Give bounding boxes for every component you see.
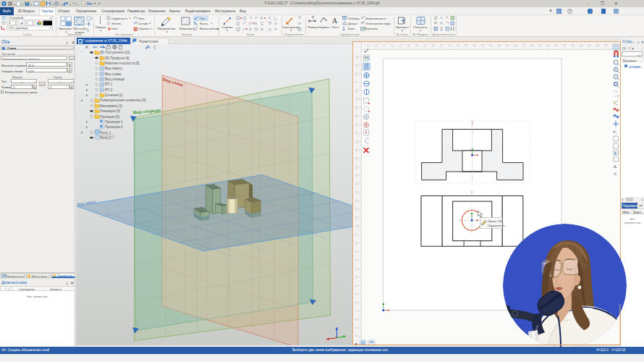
svg-text:50: 50: [424, 44, 427, 47]
svg-text:120: 120: [480, 44, 484, 47]
svg-text:20: 20: [399, 44, 402, 47]
svg-text:140: 140: [497, 44, 501, 47]
svg-text:Штриховка: Штриховка: [179, 27, 195, 30]
svg-text:A: A: [614, 164, 617, 169]
svg-text:280: 280: [356, 72, 359, 75]
svg-text:180: 180: [356, 156, 359, 160]
svg-text:Фаска: Фаска: [200, 22, 208, 25]
svg-text:110: 110: [473, 44, 476, 47]
svg-text:90: 90: [457, 44, 459, 47]
svg-text:Ограничения: Ограничения: [284, 33, 304, 36]
svg-text:Сплайн: Сплайн: [138, 22, 148, 25]
svg-text:190: 190: [356, 148, 359, 151]
svg-text:60: 60: [356, 258, 359, 261]
svg-text:разрез: разрез: [75, 30, 85, 34]
svg-text:100: 100: [465, 44, 468, 47]
svg-text:260: 260: [356, 88, 359, 92]
svg-text:Прямая: Прямая: [96, 25, 106, 29]
svg-text:A: A: [614, 171, 617, 176]
svg-text:30: 30: [407, 44, 410, 47]
svg-text:170: 170: [356, 165, 359, 169]
svg-text:Картинка: Картинка: [365, 27, 378, 30]
svg-text:40: 40: [415, 44, 418, 47]
svg-text:Размер: Размер: [308, 25, 318, 29]
svg-text:70: 70: [440, 44, 443, 47]
svg-text:290: 290: [356, 63, 359, 67]
svg-text:Шероховатость: Шероховатость: [365, 17, 386, 20]
svg-text:270: 270: [603, 44, 607, 47]
svg-text:110: 110: [356, 216, 359, 219]
svg-text:A: A: [332, 17, 338, 25]
svg-text:150: 150: [505, 44, 509, 47]
svg-text:Обозначение вида: Обозначение вида: [365, 22, 391, 25]
svg-text:Чертёж: Чертёж: [181, 33, 192, 36]
svg-text:170: 170: [522, 44, 525, 47]
svg-text:230: 230: [356, 114, 359, 118]
svg-text:-30: -30: [356, 334, 359, 338]
svg-text:5: 5: [312, 16, 314, 20]
svg-text:Текст: Текст: [331, 25, 339, 29]
svg-text:Путь: Путь: [138, 17, 145, 20]
svg-text:180: 180: [530, 44, 533, 47]
svg-text:50: 50: [356, 267, 359, 270]
svg-text:Плоскость: Плоскость: [413, 25, 427, 29]
svg-text:200: 200: [546, 44, 550, 47]
svg-text:Выносной вид: Выносной вид: [200, 27, 219, 30]
svg-text:Узел: Узел: [111, 27, 118, 30]
svg-text:250: 250: [356, 97, 359, 101]
svg-text:30: 30: [356, 284, 359, 287]
svg-text:Построения: Построения: [115, 33, 133, 36]
svg-text:Таблица: Таблица: [348, 17, 360, 20]
svg-text:Фрагмент: Фрагмент: [396, 25, 409, 29]
svg-text:Стиль: Стиль: [23, 33, 33, 36]
svg-text:250: 250: [588, 44, 591, 47]
svg-text:3D Модель: 3D Модель: [412, 33, 429, 36]
svg-text:90: 90: [356, 233, 359, 236]
svg-text:A↓: A↓: [613, 130, 617, 134]
svg-text:20: 20: [356, 292, 359, 295]
svg-text:10: 10: [356, 301, 359, 304]
svg-text:240: 240: [356, 106, 359, 109]
svg-text:220: 220: [563, 44, 567, 47]
svg-text:80: 80: [356, 242, 359, 245]
svg-text:60: 60: [432, 44, 435, 47]
svg-text:-10: -10: [374, 44, 378, 47]
svg-text:210: 210: [356, 131, 359, 135]
svg-text:Эллипс: Эллипс: [111, 22, 122, 25]
svg-text:300: 300: [356, 55, 359, 59]
svg-text:220: 220: [356, 122, 359, 126]
svg-text:-20: -20: [356, 326, 359, 329]
svg-text:140: 140: [356, 190, 359, 194]
svg-text:200: 200: [356, 140, 359, 143]
svg-text:210: 210: [554, 44, 558, 47]
svg-text:240: 240: [579, 44, 582, 47]
svg-text:260: 260: [596, 44, 599, 47]
svg-text:80: 80: [449, 44, 452, 47]
svg-text:Допуск: Допуск: [348, 22, 357, 25]
svg-text:190: 190: [538, 44, 542, 47]
svg-text:СК страницы: СК страницы: [9, 26, 28, 30]
svg-text:PR: PR: [365, 56, 370, 60]
svg-text:120: 120: [356, 207, 359, 211]
svg-text:-20: -20: [366, 44, 370, 47]
svg-text:Ограничение: Ограничение: [282, 25, 300, 29]
svg-text:Отрезок: Отрезок: [221, 25, 232, 29]
svg-text:10: 10: [391, 44, 394, 47]
svg-text:Надпись: Надпись: [318, 25, 330, 29]
svg-text:-10: -10: [356, 318, 359, 321]
svg-text:70: 70: [356, 251, 359, 253]
svg-text:130: 130: [489, 44, 493, 47]
svg-text:Обрезка: Обрезка: [138, 27, 150, 30]
svg-text:Основной: Основной: [9, 16, 24, 20]
svg-text:Оформление: Оформление: [339, 33, 360, 36]
svg-text:База: База: [348, 27, 355, 30]
svg-text:100: 100: [356, 224, 359, 228]
svg-text:Окружность: Окружность: [111, 17, 127, 20]
svg-text:Оси: Оси: [200, 17, 205, 20]
svg-text:40: 40: [356, 276, 359, 279]
svg-text:Проекция: Проекция: [59, 27, 72, 30]
svg-text:270: 270: [356, 80, 359, 84]
svg-text:150: 150: [356, 182, 359, 185]
svg-text:160: 160: [514, 44, 517, 47]
svg-text:Эскиз: Эскиз: [246, 33, 255, 36]
